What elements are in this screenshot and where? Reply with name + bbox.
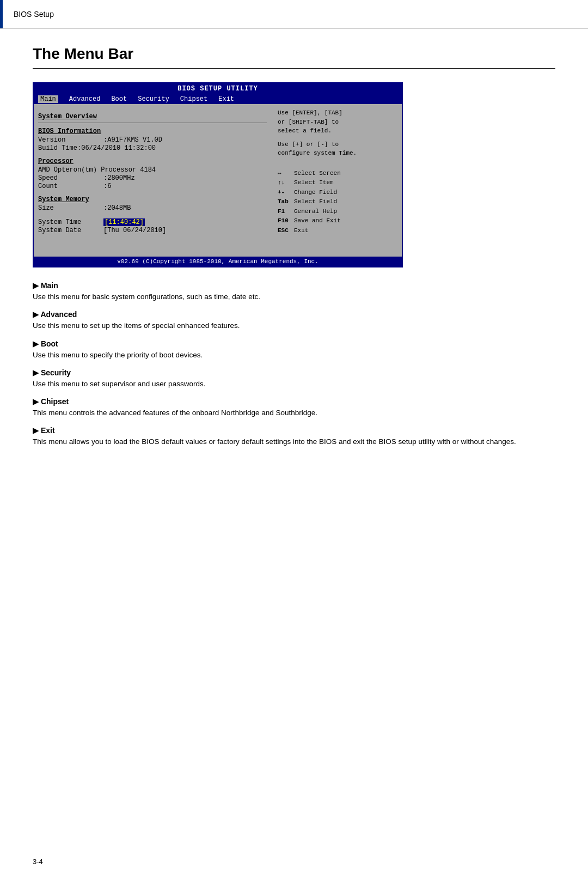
bios-build-line: Build Time:06/24/2010 11:32:00 [38,144,267,152]
bios-menu-bar: Main Advanced Boot Security Chipset Exit [34,94,402,104]
page-number: 3-4 [33,857,43,866]
desc-advanced-text: Use this menu to set up the items of spe… [33,320,555,331]
desc-advanced-title: Advanced [33,310,555,319]
bios-key-select-item: ↑↓ Select Item [278,178,397,187]
section-label: BIOS Setup [3,0,65,28]
bios-info-title: BIOS Information [38,127,267,135]
bios-key-save-exit: F10 Save and Exit [278,216,397,226]
desc-advanced: Advanced Use this menu to set up the ite… [33,310,555,331]
page-container: BIOS Setup The Menu Bar BIOS SETUP UTILI… [0,0,588,882]
bios-key-esc: ESC Exit [278,226,397,235]
page-title: The Menu Bar [33,45,555,69]
bios-version-row: Version :A91F7KMS V1.0D [38,136,267,144]
bios-screen-mockup: BIOS SETUP UTILITY Main Advanced Boot Se… [33,82,403,267]
bios-menu-exit[interactable]: Exit [218,95,234,103]
bios-help1: Use [ENTER], [TAB] [278,108,397,118]
desc-boot-text: Use this menu to specify the priority of… [33,350,555,361]
bios-key-general-help: F1 General Help [278,207,397,216]
bios-divider1 [38,123,267,123]
desc-exit-text: This menu allows you to load the BIOS de… [33,436,555,447]
bios-menu-security[interactable]: Security [138,95,169,103]
bios-size-label: Size [38,204,103,212]
bios-date-label: System Date [38,227,103,234]
bios-size-value: :2048MB [103,204,131,212]
bios-speed-row: Speed :2800MHz [38,174,267,182]
bios-version-label: Version [38,136,103,144]
bios-menu-main[interactable]: Main [38,95,58,103]
bios-menu-boot[interactable]: Boot [111,95,127,103]
bios-count-value: :6 [103,183,111,190]
bios-key-change-field: +- Change Field [278,188,397,197]
bios-keys-section: ↔ Select Screen ↑↓ Select Item +- Change… [278,169,397,235]
bios-version-value: :A91F7KMS V1.0D [103,136,162,144]
desc-security: Security Use this menu to set supervisor… [33,368,555,390]
desc-main: Main Use this menu for basic system conf… [33,281,555,302]
bios-title-bar: BIOS SETUP UTILITY [34,83,402,94]
bios-date-value: [Thu 06/24/2010] [103,227,166,234]
desc-security-title: Security [33,368,555,377]
bios-help2: or [SHIFT-TAB] to [278,118,397,127]
bios-time-label: System Time [38,218,103,226]
bios-count-row: Count :6 [38,183,267,190]
desc-main-title: Main [33,281,555,290]
bios-time-value: [11:40:42] [103,218,145,226]
main-content: The Menu Bar BIOS SETUP UTILITY Main Adv… [0,29,588,477]
bios-key-select-screen: ↔ Select Screen [278,169,397,178]
bios-speed-value: :2800MHz [103,174,135,182]
desc-chipset-text: This menu controls the advanced features… [33,407,555,418]
desc-chipset-title: Chipset [33,397,555,406]
bios-memory-title: System Memory [38,196,267,203]
bios-help4: Use [+] or [-] to [278,140,397,149]
bios-time-row: System Time [11:40:42] [38,218,267,226]
desc-boot: Boot Use this menu to specify the priori… [33,339,555,361]
bios-footer: v02.69 (C)Copyright 1985-2010, American … [34,257,402,266]
desc-chipset: Chipset This menu controls the advanced … [33,397,555,418]
bios-processor-title: Processor [38,157,267,165]
desc-boot-title: Boot [33,339,555,348]
desc-security-text: Use this menu to set supervisor and user… [33,379,555,390]
bios-size-row: Size :2048MB [38,204,267,212]
desc-main-text: Use this menu for basic system configura… [33,291,555,302]
bios-speed-label: Speed [38,174,103,182]
bios-left-panel: System Overview BIOS Information Version… [38,108,272,252]
bios-help5: configure system Time. [278,149,397,158]
bios-help3: select a field. [278,126,397,136]
desc-exit: Exit This menu allows you to load the BI… [33,426,555,447]
bios-date-row: System Date [Thu 06/24/2010] [38,227,267,234]
bios-menu-chipset[interactable]: Chipset [180,95,207,103]
bios-key-select-field: Tab Select Field [278,197,397,206]
bios-count-label: Count [38,183,103,190]
top-bar: BIOS Setup [0,0,588,29]
menu-descriptions: Main Use this menu for basic system conf… [33,281,555,448]
bios-processor-name: AMD Opteron(tm) Processor 4184 [38,166,267,174]
desc-exit-title: Exit [33,426,555,435]
bios-overview-title: System Overview [38,113,267,120]
bios-menu-advanced[interactable]: Advanced [69,95,101,103]
bios-body: System Overview BIOS Information Version… [34,104,402,257]
bios-right-panel: Use [ENTER], [TAB] or [SHIFT-TAB] to sel… [278,108,397,252]
